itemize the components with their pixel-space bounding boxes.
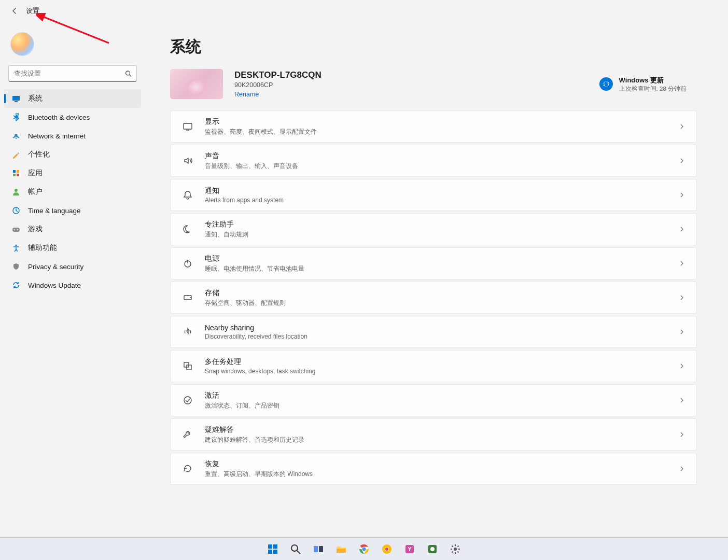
settings-card-troubleshoot[interactable]: 疑难解答建议的疑难解答、首选项和历史记录 [170, 418, 697, 451]
power-icon [182, 258, 193, 269]
sidebar-item-system[interactable]: 系统 [4, 89, 141, 108]
user-avatar[interactable] [10, 32, 34, 56]
card-subtitle: 监视器、亮度、夜间模式、显示配置文件 [205, 128, 679, 136]
svg-rect-26 [273, 544, 277, 549]
card-subtitle: 存储空间、驱动器、配置规则 [205, 299, 679, 307]
card-text: 疑难解答建议的疑难解答、首选项和历史记录 [205, 425, 679, 444]
back-button[interactable] [10, 7, 19, 15]
settings-card-display[interactable]: 显示监视器、亮度、夜间模式、显示配置文件 [170, 110, 697, 143]
svg-rect-8 [13, 174, 16, 176]
chevron-right-icon [679, 123, 685, 130]
rename-link[interactable]: Rename [234, 91, 259, 98]
nearby-icon [182, 326, 193, 338]
chevron-right-icon [679, 192, 685, 198]
card-title: Nearby sharing [205, 324, 679, 332]
accessibility-icon [11, 243, 21, 253]
card-title: 电源 [205, 254, 679, 263]
sidebar-item-gaming[interactable]: 游戏 [4, 220, 141, 239]
card-subtitle: Discoverability, received files location [205, 333, 679, 340]
settings-card-activation[interactable]: 激活激活状态、订阅、产品密钥 [170, 384, 697, 416]
device-row: DESKTOP-L7G8CQN 90K20006CP Rename Window… [170, 69, 697, 99]
card-text: 存储存储空间、驱动器、配置规则 [205, 288, 679, 307]
sidebar-item-label: Time & language [28, 207, 81, 215]
storage-icon [182, 292, 193, 303]
sidebar-item-privacy[interactable]: Privacy & security [4, 257, 141, 276]
update-sync-icon [599, 77, 613, 91]
svg-point-44 [430, 547, 435, 551]
card-subtitle: 激活状态、订阅、产品密钥 [205, 401, 679, 410]
svg-rect-3 [12, 96, 20, 101]
system-icon [11, 94, 21, 103]
sidebar-item-label: Network & internet [28, 132, 86, 140]
chevron-right-icon [679, 329, 685, 335]
settings-card-multitask[interactable]: 多任务处理Snap windows, desktops, task switch… [170, 350, 697, 382]
svg-text:Y: Y [408, 547, 412, 552]
taskbar-start[interactable] [263, 539, 283, 559]
svg-point-14 [17, 229, 18, 230]
multitask-icon [182, 360, 193, 372]
svg-rect-31 [314, 546, 318, 552]
settings-card-power[interactable]: 电源睡眠、电池使用情况、节省电池电量 [170, 247, 697, 279]
settings-card-nearby[interactable]: Nearby sharingDiscoverability, received … [170, 316, 697, 348]
taskview-icon [313, 543, 324, 555]
sidebar-item-label: 游戏 [28, 225, 43, 234]
card-text: 通知Alerts from apps and system [205, 186, 679, 204]
card-subtitle: Snap windows, desktops, task switching [205, 368, 679, 375]
update-subtitle: 上次检查时间: 28 分钟前 [619, 85, 687, 93]
device-model: 90K20006CP [234, 81, 599, 89]
update-title: Windows 更新 [619, 76, 687, 85]
taskbar: Y [0, 537, 728, 560]
taskbar-settings[interactable] [445, 539, 465, 559]
sidebar-item-personalize[interactable]: 个性化 [4, 145, 141, 164]
settings-card-notifications[interactable]: 通知Alerts from apps and system [170, 179, 697, 211]
taskbar-taskview[interactable] [309, 539, 328, 559]
card-subtitle: 通知、自动规则 [205, 230, 679, 239]
sidebar-item-network[interactable]: Network & internet [4, 127, 141, 145]
sidebar-item-update[interactable]: Windows Update [4, 276, 141, 295]
nav-list: 系统Bluetooth & devicesNetwork & internet个… [2, 89, 143, 295]
taskbar-app1[interactable]: Y [400, 539, 419, 559]
device-wallpaper-thumb [170, 69, 223, 99]
svg-point-1 [126, 71, 130, 75]
header-title: 设置 [26, 6, 39, 16]
search-input[interactable] [8, 65, 137, 82]
settings-card-sound[interactable]: 声音音量级别、输出、输入、声音设备 [170, 145, 697, 177]
settings-cards: 显示监视器、亮度、夜间模式、显示配置文件声音音量级别、输出、输入、声音设备通知A… [170, 110, 697, 485]
settings-card-focus[interactable]: 专注助手通知、自动规则 [170, 213, 697, 245]
sidebar-item-apps[interactable]: 应用 [4, 164, 141, 183]
settings-icon [450, 543, 461, 555]
sidebar: 系统Bluetooth & devicesNetwork & internet个… [0, 22, 145, 560]
start-icon [267, 543, 278, 555]
windows-update-box[interactable]: Windows 更新 上次检查时间: 28 分钟前 [599, 76, 687, 93]
sidebar-item-accounts[interactable]: 帐户 [4, 183, 141, 201]
app1-icon: Y [404, 543, 415, 555]
card-subtitle: 建议的疑难解答、首选项和历史记录 [205, 436, 679, 444]
svg-rect-28 [273, 550, 277, 554]
time-icon [11, 206, 21, 215]
card-title: 通知 [205, 186, 679, 195]
settings-card-storage[interactable]: 存储存储空间、驱动器、配置规则 [170, 282, 697, 314]
sidebar-item-bluetooth[interactable]: Bluetooth & devices [4, 108, 141, 127]
svg-point-13 [14, 229, 15, 230]
taskbar-chrome[interactable] [354, 539, 374, 559]
sidebar-item-label: 帐户 [28, 187, 43, 197]
card-text: 电源睡眠、电池使用情况、节省电池电量 [205, 254, 679, 273]
svg-rect-25 [268, 544, 272, 549]
search-icon [290, 543, 301, 555]
gaming-icon [11, 225, 21, 234]
taskbar-chrome-canary[interactable] [377, 539, 397, 559]
taskbar-explorer[interactable] [331, 539, 351, 559]
svg-rect-32 [319, 546, 323, 552]
svg-rect-4 [15, 101, 18, 102]
taskbar-search[interactable] [286, 539, 305, 559]
settings-card-recovery[interactable]: 恢复重置、高级启动、早期版本的 Windows [170, 453, 697, 485]
chevron-right-icon [679, 431, 685, 438]
network-icon [11, 131, 21, 141]
sidebar-item-accessibility[interactable]: 辅助功能 [4, 239, 141, 257]
taskbar-app2[interactable] [423, 539, 442, 559]
svg-line-2 [130, 75, 132, 77]
chevron-right-icon [679, 466, 685, 472]
sidebar-item-time[interactable]: Time & language [4, 201, 141, 220]
svg-point-15 [16, 245, 17, 246]
chrome-icon [358, 543, 370, 555]
